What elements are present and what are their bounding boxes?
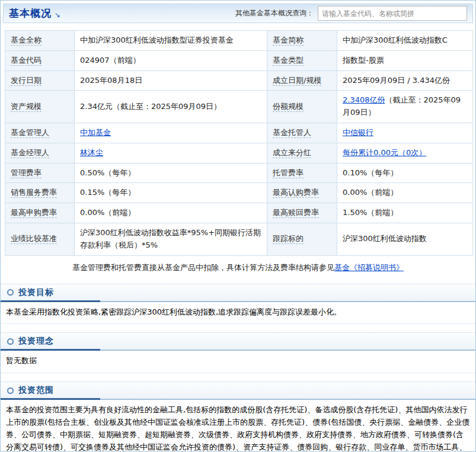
fund-manager-label: 基金经理人 [11,148,49,158]
table-row: 管理费率 0.50%（每年） 托管费率 0.10%（每年） [5,163,473,183]
fund-type-label-cell: 基金类型 [267,50,337,70]
mgmt-fee-label-cell: 管理费率 [5,163,75,183]
custodian-label-cell: 基金托管人 [267,123,337,143]
full-name-value: 中加沪深300红利低波动指数型证券投资基金 [75,31,267,51]
tracking-target-label-cell: 跟踪标的 [267,223,337,255]
fund-info-table: 基金全称 中加沪深300红利低波动指数型证券投资基金 基金简称 中加沪深300红… [5,30,473,256]
circle-bullet-icon [7,387,14,394]
mgmt-fee-label: 管理费率 [11,168,41,178]
issue-date-value: 2025年08月18日 [75,70,267,91]
title-wrap: 基本概况 ↘ [9,7,60,20]
short-name-value: 中加沪深300红利低波动指数C [337,31,473,51]
tracking-target-value: 沪深300红利低波动指数 [337,223,473,255]
max-purchase-fee-label-cell: 最高申购费率 [5,203,75,223]
search-label: 其他基金基本概况查询： [235,8,314,18]
section-header: 投资理念 [1,332,475,351]
asset-scale-label: 资产规模 [11,102,41,112]
manager-company-value: 中加基金 [75,123,267,143]
custodian-link[interactable]: 中信银行 [343,128,373,137]
share-scale-link[interactable]: 2.3408亿份 [343,95,385,104]
issue-date-label: 发行日期 [11,76,41,86]
sales-service-fee-value: 0.15%（每年） [75,183,267,203]
benchmark-label: 业绩比较基准 [11,234,57,244]
dividend-label: 成立来分红 [273,148,311,158]
custody-fee-value: 0.10%（每年） [337,163,473,183]
section-content: 暂无数据 [1,351,475,373]
section-header: 投资目标 [1,284,475,302]
short-name-label-cell: 基金简称 [267,31,337,51]
section-header: 投资范围 [1,382,475,400]
section-investment-objective: 投资目标 本基金采用指数化投资策略,紧密跟踪沪深300红利低波动指数,追求跟踪偏… [1,284,475,325]
dividend-link[interactable]: 每份累计0.00元（0次） [343,148,426,157]
custodian-value: 中信银行 [337,123,473,143]
max-redemption-fee-label-cell: 最高赎回费率 [267,203,337,223]
issue-date-label-cell: 发行日期 [5,70,75,91]
share-scale-label-cell: 份额规模 [267,91,337,123]
manager-company-label-cell: 基金管理人 [5,123,75,143]
mgmt-fee-value: 0.50%（每年） [75,163,267,183]
section-investment-scope: 投资范围 本基金的投资范围主要为具有良好流动性的金融工具,包括标的指数的成份股(… [1,382,475,452]
tracking-target-label: 跟踪标的 [273,234,304,244]
custody-fee-label-cell: 托管费率 [267,163,337,183]
manager-company-label: 基金管理人 [11,128,49,138]
table-row: 基金代码 024907（前端） 基金类型 指数型-股票 [5,50,473,70]
max-redemption-fee-value: 1.50%（前端） [337,203,473,223]
fund-code-value: 024907（前端） [75,50,267,70]
fee-note: 基金管理费和托管费直接从基金产品中扣除，具体计算方法及费率结构请参见基金《招募说… [1,256,475,275]
fund-type-label: 基金类型 [273,56,304,66]
arrow-down-right-icon: ↘ [55,11,60,19]
table-row: 销售服务费率 0.15%（每年） 最高认购费率 0.00%（前端） [5,183,473,203]
max-subscription-fee-label: 最高认购费率 [273,188,319,198]
section-title: 投资范围 [18,385,54,396]
max-purchase-fee-value: 0.00%（前端） [75,203,267,223]
table-row: 最高申购费率 0.00%（前端） 最高赎回费率 1.50%（前端） [5,203,473,223]
dividend-value: 每份累计0.00元（0次） [337,143,473,163]
table-row: 基金管理人 中加基金 基金托管人 中信银行 [5,123,473,143]
fund-manager-link[interactable]: 林沐尘 [80,148,103,157]
establish-label-cell: 成立日期/规模 [267,70,337,91]
fund-code-label: 基金代码 [11,56,41,66]
establish-label: 成立日期/规模 [273,76,321,86]
page-title: 基本概况 [9,7,52,20]
fund-manager-value: 林沐尘 [75,143,267,163]
table-row: 业绩比较基准 沪深300红利低波动指数收益率*95%+同期银行活期存款利率（税后… [5,223,473,255]
section-content: 本基金的投资范围主要为具有良好流动性的金融工具,包括标的指数的成份股(含存托凭证… [1,400,475,452]
table-row: 资产规模 2.34亿元（截止至：2025年09月09日） 份额规模 2.3408… [5,91,473,123]
benchmark-label-cell: 业绩比较基准 [5,223,75,255]
asset-scale-label-cell: 资产规模 [5,91,75,123]
asset-scale-value: 2.34亿元（截止至：2025年09月09日） [75,91,267,123]
header-bar: 基本概况 ↘ 其他基金基本概况查询： [3,4,473,23]
fund-manager-label-cell: 基金经理人 [5,143,75,163]
fund-search: 其他基金基本概况查询： [235,6,467,21]
circle-bullet-icon [7,338,14,345]
fund-type-value: 指数型-股票 [337,50,473,70]
sales-service-fee-label-cell: 销售服务费率 [5,183,75,203]
fund-search-input[interactable] [318,6,467,21]
prospectus-link[interactable]: 基金《招募说明书》 [334,263,404,272]
fund-overview-page: 基本概况 ↘ 其他基金基本概况查询： 基金全称 中加沪深300红利低波动指数型证… [0,0,476,452]
section-content: 本基金采用指数化投资策略,紧密跟踪沪深300红利低波动指数,追求跟踪偏离度与跟踪… [1,302,475,325]
table-row: 基金全称 中加沪深300红利低波动指数型证券投资基金 基金简称 中加沪深300红… [5,31,473,51]
establish-value: 2025年09月09日 / 3.434亿份 [337,70,473,91]
share-scale-label: 份额规模 [273,102,304,112]
full-name-label: 基金全称 [11,36,41,46]
share-scale-value: 2.3408亿份（截止至：2025年09月09日） [337,91,473,123]
custodian-label: 基金托管人 [273,128,311,138]
circle-bullet-icon [7,289,14,296]
fee-note-text: 基金管理费和托管费直接从基金产品中扣除，具体计算方法及费率结构请参见 [72,263,334,272]
short-name-label: 基金简称 [273,36,304,46]
max-purchase-fee-label: 最高申购费率 [11,208,57,218]
table-row: 发行日期 2025年08月18日 成立日期/规模 2025年09月09日 / 3… [5,70,473,91]
dividend-label-cell: 成立来分红 [267,143,337,163]
max-redemption-fee-label: 最高赎回费率 [273,208,319,218]
section-investment-philosophy: 投资理念 暂无数据 [1,332,475,373]
manager-company-link[interactable]: 中加基金 [80,128,111,137]
section-title: 投资目标 [18,287,54,298]
max-subscription-fee-label-cell: 最高认购费率 [267,183,337,203]
custody-fee-label: 托管费率 [273,168,304,178]
table-row: 基金经理人 林沐尘 成立来分红 每份累计0.00元（0次） [5,143,473,163]
section-title: 投资理念 [18,336,54,347]
benchmark-value: 沪深300红利低波动指数收益率*95%+同期银行活期存款利率（税后）*5% [75,223,267,255]
fund-code-label-cell: 基金代码 [5,50,75,70]
max-subscription-fee-value: 0.00%（前端） [337,183,473,203]
